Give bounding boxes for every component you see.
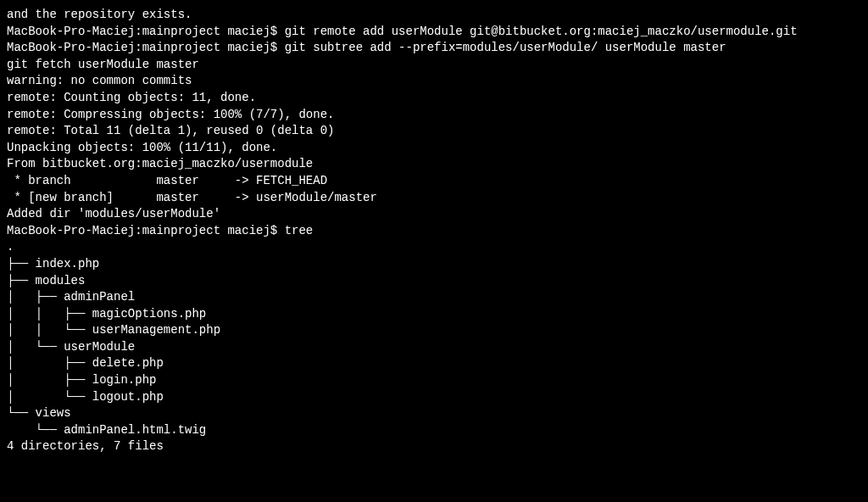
terminal-line: ├── modules (7, 273, 861, 290)
terminal-line: └── views (7, 405, 861, 422)
terminal-line: and the repository exists. (7, 7, 861, 24)
terminal-line: ├── index.php (7, 256, 861, 273)
terminal-line: │ │ ├── magicOptions.php (7, 306, 861, 323)
terminal-line: MacBook-Pro-Maciej:mainproject maciej$ g… (7, 24, 861, 41)
terminal-line: remote: Total 11 (delta 1), reused 0 (de… (7, 123, 861, 140)
terminal-line: Added dir 'modules/userModule' (7, 206, 861, 223)
terminal-line: remote: Compressing objects: 100% (7/7),… (7, 107, 861, 124)
terminal-line: * branch master -> FETCH_HEAD (7, 173, 861, 190)
terminal-line: git fetch userModule master (7, 57, 861, 74)
terminal-line: │ └── logout.php (7, 389, 861, 406)
terminal-line: │ └── userModule (7, 339, 861, 356)
terminal-line: │ ├── login.php (7, 372, 861, 389)
terminal-line: MacBook-Pro-Maciej:mainproject maciej$ t… (7, 223, 861, 240)
terminal-line: MacBook-Pro-Maciej:mainproject maciej$ g… (7, 40, 861, 57)
terminal-line: . (7, 239, 861, 256)
terminal-line: From bitbucket.org:maciej_maczko/usermod… (7, 156, 861, 173)
terminal-line: Unpacking objects: 100% (11/11), done. (7, 140, 861, 157)
terminal-line: warning: no common commits (7, 73, 861, 90)
terminal-line: │ ├── delete.php (7, 355, 861, 372)
terminal-line: │ ├── adminPanel (7, 289, 861, 306)
terminal-line: * [new branch] master -> userModule/mast… (7, 190, 861, 207)
terminal-line: │ │ └── userManagement.php (7, 322, 861, 339)
terminal-line: 4 directories, 7 files (7, 438, 861, 455)
terminal-line: remote: Counting objects: 11, done. (7, 90, 861, 107)
terminal-line: └── adminPanel.html.twig (7, 422, 861, 439)
terminal-output[interactable]: and the repository exists. MacBook-Pro-M… (7, 7, 861, 455)
